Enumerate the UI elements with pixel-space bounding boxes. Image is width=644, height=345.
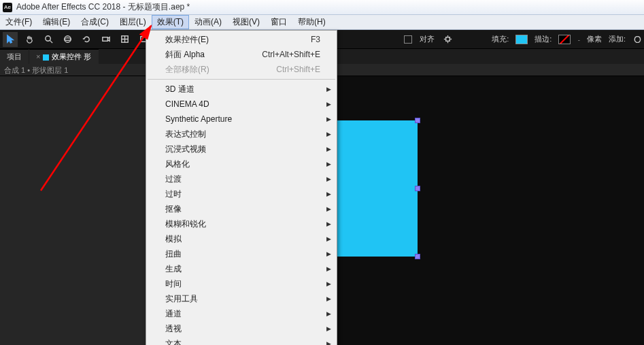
tab-project[interactable]: 项目 [0,49,29,64]
svg-point-2 [64,38,70,41]
handle-br[interactable] [415,254,420,259]
camera-tool-icon[interactable] [98,32,113,47]
menu-item-shortcut: Ctrl+Alt+Shift+E [262,49,320,60]
handle-mr[interactable] [415,186,420,191]
menu-expression-controls[interactable]: 表达式控制▶ [146,127,337,142]
menu-simulation[interactable]: 模拟▶ [146,231,337,246]
menu-item-label: 时间 [165,278,182,289]
submenu-arrow-icon: ▶ [326,174,331,184]
menu-animation[interactable]: 动画(A) [189,15,227,29]
menu-item-label: 沉浸式视频 [165,144,206,154]
stroke-swatch[interactable] [558,35,571,44]
menu-stylize[interactable]: 风格化▶ [146,157,337,171]
menu-perspective[interactable]: 透视▶ [146,321,337,336]
menu-item-shortcut: F3 [311,34,320,45]
window-title: Adobe After Effects CC 2018 - 无标题项目.aep … [16,1,190,13]
submenu-arrow-icon: ▶ [326,263,331,274]
menu-effect[interactable]: 效果(T) [152,15,189,29]
menu-item-label: 过渡 [165,174,182,184]
menu-immersive-video[interactable]: 沉浸式视频▶ [146,142,337,157]
submenu-arrow-icon: ▶ [326,159,331,169]
submenu-arrow-icon: ▶ [326,338,331,345]
submenu-arrow-icon: ▶ [326,293,331,304]
menu-generate[interactable]: 生成▶ [146,261,337,276]
menu-cinema4d[interactable]: CINEMA 4D▶ [146,97,337,112]
menu-item-label: 风格化 [165,159,190,169]
submenu-arrow-icon: ▶ [326,99,331,110]
menu-synthetic-aperture[interactable]: Synthetic Aperture▶ [146,112,337,127]
effect-menu-dropdown: 效果控件(E) F3 斜面 Alpha Ctrl+Alt+Shift+E 全部移… [146,30,337,345]
stroke-label: 描边: [535,34,552,44]
menu-edit[interactable]: 编辑(E) [37,15,75,29]
svg-point-1 [64,36,70,42]
window-titlebar: Ae Adobe After Effects CC 2018 - 无标题项目.a… [0,0,644,15]
menu-3d-channel[interactable]: 3D 通道▶ [146,82,337,97]
submenu-arrow-icon: ▶ [326,323,331,334]
menu-bevel-alpha[interactable]: 斜面 Alpha Ctrl+Alt+Shift+E [146,47,337,62]
menu-item-label: 3D 通道 [165,84,194,95]
menu-window[interactable]: 窗口 [265,15,292,29]
menu-blur-sharpen[interactable]: 模糊和锐化▶ [146,216,337,231]
menu-time[interactable]: 时间▶ [146,276,337,291]
align-label: 对齐 [420,34,435,44]
menu-utility[interactable]: 实用工具▶ [146,291,337,306]
stroke-unit: 像素 [587,34,602,44]
menu-view[interactable]: 视图(V) [227,15,265,29]
menu-obsolete[interactable]: 过时▶ [146,186,337,201]
tab-effect-controls-label: 效果控件 形 [52,52,91,61]
submenu-arrow-icon: ▶ [326,84,331,95]
menu-distort[interactable]: 扭曲▶ [146,246,337,261]
menu-item-label: 抠像 [165,203,182,214]
menu-text[interactable]: 文本▶ [146,336,337,345]
add-shape-button[interactable]: O [634,34,641,45]
menu-keying[interactable]: 抠像▶ [146,201,337,216]
rotate-tool-icon[interactable] [79,32,94,47]
layer-color-icon [43,54,49,61]
menu-item-label: 全部移除(R) [165,64,209,75]
fill-swatch[interactable] [515,35,528,44]
left-panel [0,76,146,345]
menu-file[interactable]: 文件(F) [0,15,37,29]
selection-tool-icon[interactable] [3,32,18,47]
submenu-arrow-icon: ▶ [326,278,331,289]
submenu-arrow-icon: ▶ [326,114,331,125]
menu-item-label: 通道 [165,308,182,319]
snapping-icon[interactable] [440,32,455,47]
menu-item-label: 文本 [165,338,182,345]
menu-channel[interactable]: 通道▶ [146,306,337,321]
panbehind-tool-icon[interactable] [117,32,132,47]
menu-layer[interactable]: 图层(L) [114,15,152,29]
menu-item-label: 模拟 [165,233,182,244]
menu-help[interactable]: 帮助(H) [292,15,331,29]
svg-rect-6 [445,37,450,42]
submenu-arrow-icon: ▶ [326,218,331,229]
tab-effect-controls[interactable]: ×效果控件 形 [29,49,99,64]
snap-checkbox[interactable] [404,35,412,44]
hand-tool-icon[interactable] [22,32,37,47]
menu-effect-controls[interactable]: 效果控件(E) F3 [146,32,337,47]
menu-remove-all: 全部移除(R) Ctrl+Shift+E [146,62,337,77]
submenu-arrow-icon: ▶ [326,308,331,319]
zoom-tool-icon[interactable] [41,32,56,47]
menu-item-label: 表达式控制 [165,129,206,139]
fill-label: 填充: [492,34,509,44]
menu-item-shortcut: Ctrl+Shift+E [276,64,320,75]
menu-item-label: 透视 [165,323,182,334]
submenu-arrow-icon: ▶ [326,248,331,259]
orbit-tool-icon[interactable] [60,32,75,47]
menu-composition[interactable]: 合成(C) [75,15,114,29]
submenu-arrow-icon: ▶ [326,203,331,214]
menu-item-label: Synthetic Aperture [165,114,232,125]
menu-item-label: 扭曲 [165,248,182,259]
submenu-arrow-icon: ▶ [326,144,331,154]
menu-separator [148,79,335,80]
handle-tr[interactable] [415,118,420,123]
menu-item-label: 模糊和锐化 [165,218,206,229]
menu-item-label: 斜面 Alpha [165,49,205,60]
add-label: 添加: [609,34,626,44]
svg-point-0 [45,36,50,42]
menu-transition[interactable]: 过渡▶ [146,171,337,186]
menu-item-label: 效果控件(E) [165,34,209,45]
menu-bar: 文件(F) 编辑(E) 合成(C) 图层(L) 效果(T) 动画(A) 视图(V… [0,15,644,30]
menu-item-label: 过时 [165,188,182,199]
